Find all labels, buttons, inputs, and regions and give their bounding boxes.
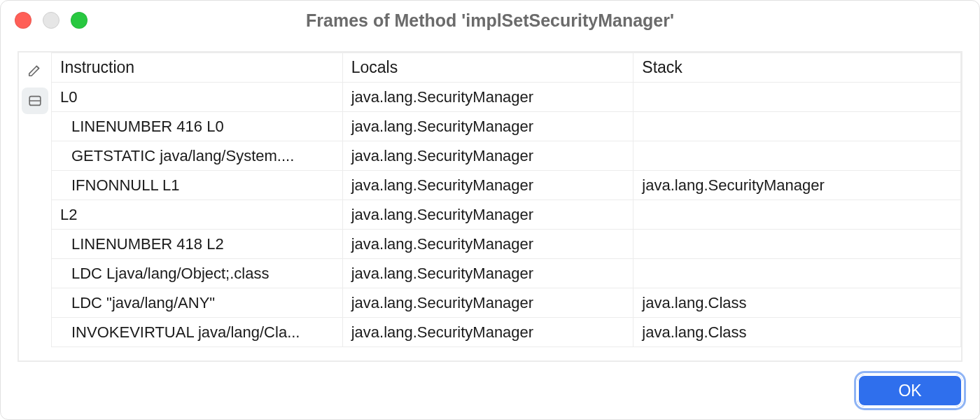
col-locals[interactable]: Locals: [342, 53, 634, 83]
col-instruction[interactable]: Instruction: [52, 53, 343, 83]
cell-instruction: INVOKEVIRTUAL java/lang/Cla...: [52, 318, 343, 347]
cell-instruction: IFNONNULL L1: [52, 171, 343, 200]
dialog-window: Frames of Method 'implSetSecurityManager…: [0, 0, 980, 420]
cell-instruction: LDC Ljava/lang/Object;.class: [52, 259, 343, 288]
cell-stack: [634, 200, 961, 230]
cell-instruction: LDC "java/lang/ANY": [52, 288, 343, 318]
minimize-icon[interactable]: [43, 12, 59, 29]
cell-stack: java.lang.Class: [634, 318, 961, 347]
cell-locals: java.lang.SecurityManager: [342, 83, 634, 112]
titlebar: Frames of Method 'implSetSecurityManager…: [1, 1, 979, 40]
cell-stack: java.lang.SecurityManager: [634, 171, 961, 200]
table-row[interactable]: LINENUMBER 416 L0java.lang.SecurityManag…: [52, 112, 961, 141]
pencil-icon: [27, 62, 43, 78]
table-row[interactable]: LDC Ljava/lang/Object;.classjava.lang.Se…: [52, 259, 961, 288]
table-row[interactable]: GETSTATIC java/lang/System....java.lang.…: [52, 141, 961, 171]
cell-stack: [634, 112, 961, 141]
close-icon[interactable]: [15, 12, 31, 29]
table-row[interactable]: LINENUMBER 418 L2java.lang.SecurityManag…: [52, 230, 961, 259]
cell-locals: java.lang.SecurityManager: [342, 259, 634, 288]
table-header-row: Instruction Locals Stack: [52, 53, 961, 83]
dialog-footer: OK: [1, 368, 979, 419]
cell-locals: java.lang.SecurityManager: [342, 141, 634, 171]
table-row[interactable]: IFNONNULL L1java.lang.SecurityManagerjav…: [52, 171, 961, 200]
cell-instruction: L2: [52, 200, 343, 230]
cell-stack: [634, 83, 961, 112]
col-stack[interactable]: Stack: [634, 53, 961, 83]
cell-locals: java.lang.SecurityManager: [342, 171, 634, 200]
cell-locals: java.lang.SecurityManager: [342, 230, 634, 259]
frames-table: Instruction Locals Stack L0java.lang.Sec…: [51, 52, 961, 347]
window-title: Frames of Method 'implSetSecurityManager…: [306, 10, 674, 31]
cell-instruction: L0: [52, 83, 343, 112]
frames-table-wrap: Instruction Locals Stack L0java.lang.Sec…: [51, 52, 961, 360]
cell-stack: [634, 230, 961, 259]
cell-locals: java.lang.SecurityManager: [342, 112, 634, 141]
ok-button[interactable]: OK: [858, 374, 962, 407]
cell-stack: [634, 141, 961, 171]
table-row[interactable]: L0java.lang.SecurityManager: [52, 83, 961, 112]
cell-instruction: GETSTATIC java/lang/System....: [52, 141, 343, 171]
cell-locals: java.lang.SecurityManager: [342, 288, 634, 318]
table-row[interactable]: LDC "java/lang/ANY"java.lang.SecurityMan…: [52, 288, 961, 318]
left-toolbar: [19, 52, 51, 360]
window-controls: [15, 12, 88, 29]
split-view-button[interactable]: [22, 88, 48, 114]
content-area: Instruction Locals Stack L0java.lang.Sec…: [1, 40, 979, 368]
table-row[interactable]: L2java.lang.SecurityManager: [52, 200, 961, 230]
cell-locals: java.lang.SecurityManager: [342, 318, 634, 347]
zoom-icon[interactable]: [71, 12, 88, 29]
edit-button[interactable]: [22, 57, 48, 83]
table-row[interactable]: INVOKEVIRTUAL java/lang/Cla...java.lang.…: [52, 318, 961, 347]
cell-instruction: LINENUMBER 418 L2: [52, 230, 343, 259]
split-vertical-icon: [27, 93, 43, 108]
cell-stack: [634, 259, 961, 288]
cell-instruction: LINENUMBER 416 L0: [52, 112, 343, 141]
frames-panel: Instruction Locals Stack L0java.lang.Sec…: [18, 51, 962, 362]
cell-locals: java.lang.SecurityManager: [342, 200, 634, 230]
cell-stack: java.lang.Class: [634, 288, 961, 318]
